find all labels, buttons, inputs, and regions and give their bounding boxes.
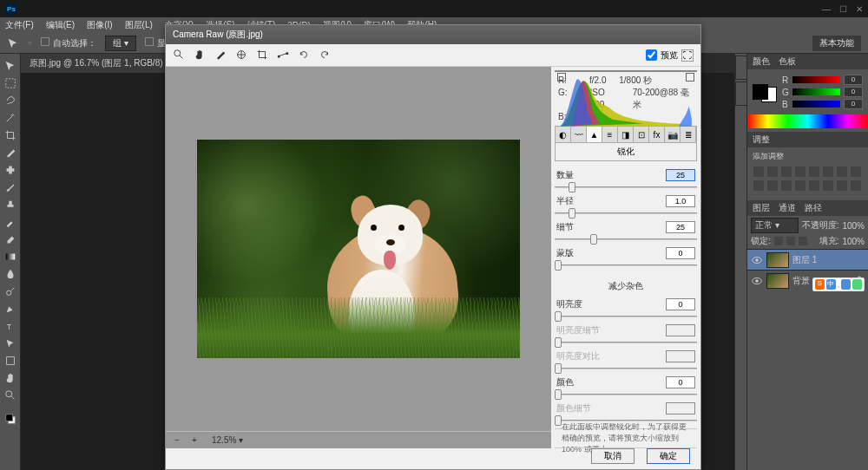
preview-checkbox[interactable] [646, 49, 657, 61]
wand-tool-icon[interactable] [1, 109, 20, 127]
visibility-icon[interactable] [751, 275, 763, 287]
slider-value-input[interactable] [666, 221, 695, 233]
adj-lookup-icon[interactable] [780, 180, 792, 192]
eyedropper-tool-icon[interactable] [1, 144, 20, 161]
presets-tab-icon[interactable]: ≣ [681, 127, 696, 142]
adj-brightness-icon[interactable] [753, 166, 765, 178]
adj-levels-icon[interactable] [766, 166, 779, 178]
close-icon[interactable]: ✕ [856, 4, 863, 14]
g-slider[interactable] [792, 88, 840, 95]
cr-rotate-cw-icon[interactable] [319, 49, 331, 62]
menu-edit[interactable]: 编辑(E) [46, 19, 75, 31]
adj-channel-mixer-icon[interactable] [766, 180, 779, 192]
cr-zoom-tool-icon[interactable] [173, 49, 185, 62]
slider-value-input[interactable] [666, 298, 695, 310]
visibility-icon[interactable] [751, 254, 763, 266]
cr-hand-tool-icon[interactable] [194, 49, 206, 62]
shape-tool-icon[interactable] [1, 352, 20, 369]
adj-curves-icon[interactable] [780, 166, 792, 178]
basic-tab-icon[interactable]: ◐ [556, 127, 571, 142]
eraser-tool-icon[interactable] [1, 231, 20, 248]
marquee-tool-icon[interactable] [1, 75, 20, 92]
cr-rotate-ccw-icon[interactable] [298, 49, 310, 62]
ok-button[interactable]: 确定 [647, 448, 690, 464]
slider-track[interactable] [555, 260, 697, 271]
g-value[interactable]: 0 [844, 87, 863, 97]
document-tab[interactable]: 原图.jpg @ 16.7% (图层 1, RGB/8)× [21, 54, 183, 73]
gradient-tool-icon[interactable] [1, 248, 20, 265]
pen-tool-icon[interactable] [1, 300, 20, 317]
slider-value-input[interactable] [666, 376, 695, 388]
cancel-button[interactable]: 取消 [591, 448, 635, 464]
stamp-tool-icon[interactable] [1, 196, 20, 213]
fx-tab-icon[interactable]: fx [649, 127, 665, 142]
blend-mode-dropdown[interactable]: 正常 ▾ [751, 218, 799, 233]
type-tool-icon[interactable]: T [1, 317, 20, 335]
slider-value-input[interactable] [666, 195, 695, 207]
adj-bw-icon[interactable] [850, 166, 862, 178]
b-slider[interactable] [792, 101, 840, 108]
slider-track[interactable] [555, 182, 697, 193]
adj-exposure-icon[interactable] [794, 166, 806, 178]
zoom-dropdown[interactable]: 12.5% ▾ [206, 434, 249, 447]
slider-track[interactable] [555, 234, 697, 245]
layers-panel-tab[interactable]: 图层 [753, 202, 770, 214]
history-brush-tool-icon[interactable] [1, 213, 20, 231]
minimize-icon[interactable]: — [822, 4, 831, 14]
dialog-titlebar[interactable]: Camera Raw (原图.jpg) [166, 25, 700, 44]
lock-all-icon[interactable] [799, 237, 807, 245]
slider-track[interactable] [555, 389, 697, 400]
lock-pixels-icon[interactable] [774, 237, 783, 245]
layer-thumbnail[interactable] [766, 273, 789, 289]
adj-selective-icon[interactable] [850, 180, 862, 192]
cr-sampler-tool-icon[interactable] [235, 49, 247, 62]
menu-image[interactable]: 图像(I) [87, 19, 112, 31]
slider-value-input[interactable] [666, 169, 695, 181]
workspace-switcher[interactable]: 基本功能 [812, 36, 861, 51]
heal-tool-icon[interactable] [1, 161, 20, 179]
b-value[interactable]: 0 [844, 99, 863, 109]
cr-crop-tool-icon[interactable] [256, 49, 268, 62]
channels-panel-tab[interactable]: 通道 [779, 202, 796, 214]
ime-indicator[interactable]: S 中 , [812, 277, 865, 291]
hand-tool-icon[interactable] [1, 369, 20, 387]
camera-tab-icon[interactable]: 📷 [665, 127, 681, 142]
lens-tab-icon[interactable]: ⊡ [634, 127, 649, 142]
paths-panel-tab[interactable]: 路径 [805, 202, 822, 214]
adj-colorbalance-icon[interactable] [836, 166, 848, 178]
move-tool-icon[interactable] [1, 57, 20, 75]
blur-tool-icon[interactable] [1, 265, 20, 283]
cr-wb-tool-icon[interactable] [214, 49, 227, 62]
move-tool-preset-icon[interactable] [7, 37, 19, 49]
crop-tool-icon[interactable] [1, 127, 20, 144]
menu-layer[interactable]: 图层(L) [125, 19, 153, 31]
adj-gradient-map-icon[interactable] [836, 180, 848, 192]
layer-name[interactable]: 图层 1 [792, 254, 817, 266]
lasso-tool-icon[interactable] [1, 92, 20, 109]
adj-hue-icon[interactable] [822, 166, 834, 178]
adj-invert-icon[interactable] [794, 180, 806, 192]
fill-value[interactable]: 100% [842, 237, 865, 246]
layer-thumbnail[interactable] [766, 252, 789, 268]
fullscreen-icon[interactable]: ⛶ [681, 49, 694, 62]
zoom-out-button[interactable]: − [171, 434, 183, 447]
layer-name[interactable]: 背景 [792, 275, 810, 287]
cr-straighten-tool-icon[interactable] [277, 49, 289, 62]
swatches-panel-tab[interactable]: 色板 [779, 55, 796, 68]
adj-photo-filter-icon[interactable] [753, 180, 765, 192]
hsl-tab-icon[interactable]: ≡ [602, 127, 618, 142]
slider-track[interactable] [555, 311, 697, 322]
zoom-in-button[interactable]: + [188, 434, 201, 447]
slider-track[interactable] [555, 208, 697, 219]
curve-tab-icon[interactable]: 〰 [571, 127, 587, 142]
menu-file[interactable]: 文件(F) [5, 19, 34, 31]
spectrum-picker[interactable] [747, 114, 868, 128]
auto-select-dropdown[interactable]: 组 ▾ [105, 36, 136, 51]
auto-select-checkbox[interactable] [41, 37, 49, 46]
zoom-tool-icon[interactable] [1, 387, 20, 404]
dodge-tool-icon[interactable] [1, 283, 20, 300]
show-transform-checkbox[interactable] [145, 37, 154, 46]
maximize-icon[interactable]: ☐ [839, 4, 847, 14]
detail-tab-icon[interactable]: ▲ [587, 127, 602, 142]
adj-posterize-icon[interactable] [808, 180, 820, 192]
